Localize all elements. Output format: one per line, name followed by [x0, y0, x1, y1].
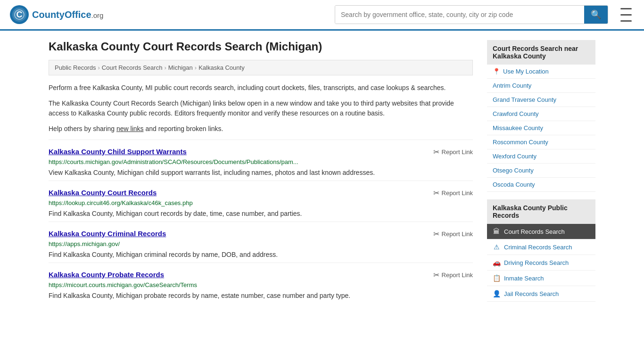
result-item: Kalkaska County Criminal Records ✂ Repor… [49, 222, 473, 263]
roscommon-county-link[interactable]: Roscommon County [493, 139, 590, 146]
result-header: Kalkaska County Criminal Records ✂ Repor… [49, 230, 473, 239]
list-item: ⚠ Criminal Records Search [487, 239, 595, 255]
report-link-button[interactable]: ✂ Report Link [433, 148, 473, 156]
public-record-label: Inmate Search [504, 275, 544, 282]
sidebar-public-records-list: 🏛 Court Records Search ⚠ Criminal Record… [487, 224, 595, 302]
public-record-label: Driving Records Search [504, 259, 569, 266]
court-records-search-link[interactable]: 🏛 Court Records Search [487, 224, 595, 239]
breadcrumb-sep-2: › [164, 64, 166, 71]
report-link-button[interactable]: ✂ Report Link [433, 230, 473, 239]
logo-suffix: .org [91, 11, 104, 19]
sidebar: Court Records Search near Kalkaska Count… [487, 40, 595, 304]
search-container: 🔍 [335, 5, 608, 24]
public-record-label: Court Records Search [504, 228, 565, 235]
main-wrapper: Kalkaska County Court Records Search (Mi… [39, 31, 605, 313]
result-header: Kalkaska County Court Records ✂ Report L… [49, 189, 473, 197]
breadcrumb-kalkaska[interactable]: Kalkaska County [198, 64, 245, 71]
breadcrumb-sep-1: › [98, 64, 99, 71]
list-item: Wexford County [487, 149, 595, 164]
svg-text:C: C [17, 10, 23, 19]
nearby-county-label: Roscommon County [493, 139, 548, 146]
nearby-county-label: Antrim County [493, 82, 531, 89]
car-icon: 🚗 [493, 259, 500, 266]
logo-icon: C [9, 5, 29, 25]
result-title[interactable]: Kalkaska County Court Records [49, 189, 157, 197]
site-header: C CountyOffice.org 🔍 [0, 0, 644, 31]
criminal-records-search-link[interactable]: ⚠ Criminal Records Search [487, 239, 595, 255]
list-item: Oscoda County [487, 178, 595, 192]
driving-records-search-link[interactable]: 🚗 Driving Records Search [487, 255, 595, 270]
use-my-location-link[interactable]: 📍 Use My Location [493, 68, 590, 75]
nearby-county-label: Missaukee County [493, 124, 543, 132]
report-icon: ✂ [433, 230, 439, 239]
public-record-label: Jail Records Search [504, 290, 559, 297]
otsego-county-link[interactable]: Otsego County [493, 167, 590, 174]
breadcrumb-michigan[interactable]: Michigan [168, 64, 193, 71]
nearby-county-label: Crawford County [493, 110, 539, 117]
result-desc: Find Kalkaska County, Michigan criminal … [49, 250, 473, 260]
result-title[interactable]: Kalkaska County Child Support Warrants [49, 148, 187, 156]
nearby-county-label: Oscoda County [493, 181, 535, 188]
list-item: Antrim County [487, 79, 595, 93]
new-links-link[interactable]: new links [116, 125, 144, 132]
report-link-label: Report Link [442, 272, 473, 279]
result-url: https://lookup.circuit46.org/Kalkaska/c4… [49, 199, 473, 206]
logo-text: CountyOffice [32, 9, 91, 20]
desc-para3-before: Help others by sharing [49, 125, 116, 132]
location-icon: 📍 [493, 68, 500, 75]
sidebar-nearby-list: 📍 Use My Location Antrim County Grand Tr… [487, 65, 595, 192]
report-link-button[interactable]: ✂ Report Link [433, 189, 473, 197]
report-link-label: Report Link [442, 148, 473, 156]
oscoda-county-link[interactable]: Oscoda County [493, 181, 590, 188]
list-item: 🚗 Driving Records Search [487, 255, 595, 271]
breadcrumb-court-records[interactable]: Court Records Search [102, 64, 163, 71]
description-para-2: The Kalkaska County Court Records Search… [49, 99, 473, 118]
report-icon: ✂ [433, 271, 439, 280]
result-desc: Find Kalkaska County, Michigan probate r… [49, 291, 473, 301]
list-item: 📍 Use My Location [487, 65, 595, 79]
nearby-county-label: Otsego County [493, 167, 534, 174]
desc-para3-after: and reporting broken links. [144, 125, 223, 132]
jail-records-search-link[interactable]: 👤 Jail Records Search [487, 286, 595, 301]
result-title[interactable]: Kalkaska County Probate Records [49, 271, 164, 279]
sidebar-public-records-title: Kalkaska County Public Records [487, 199, 595, 224]
missaukee-county-link[interactable]: Missaukee County [493, 124, 590, 132]
use-my-location-label: Use My Location [503, 68, 549, 75]
list-item: 📋 Inmate Search [487, 271, 595, 286]
content-area: Kalkaska County Court Records Search (Mi… [49, 40, 473, 304]
clipboard-icon: 📋 [493, 274, 500, 282]
result-title[interactable]: Kalkaska County Criminal Records [49, 230, 166, 238]
nearby-county-label: Wexford County [493, 153, 537, 160]
logo[interactable]: C CountyOffice.org [9, 5, 103, 25]
report-link-button[interactable]: ✂ Report Link [433, 271, 473, 280]
description-para-3: Help others by sharing new links and rep… [49, 124, 473, 134]
result-url: https://micourt.courts.michigan.gov/Case… [49, 281, 473, 288]
wexford-county-link[interactable]: Wexford County [493, 153, 590, 160]
search-input[interactable] [335, 6, 584, 24]
page-title: Kalkaska County Court Records Search (Mi… [49, 40, 473, 53]
list-item: Grand Traverse County [487, 93, 595, 107]
list-item: Missaukee County [487, 121, 595, 135]
result-item: Kalkaska County Court Records ✂ Report L… [49, 181, 473, 222]
list-item: 👤 Jail Records Search [487, 286, 595, 302]
result-item: Kalkaska County Child Support Warrants ✂… [49, 140, 473, 181]
inmate-search-link[interactable]: 📋 Inmate Search [487, 271, 595, 286]
nearby-county-label: Grand Traverse County [493, 96, 556, 103]
result-header: Kalkaska County Probate Records ✂ Report… [49, 271, 473, 280]
hamburger-menu-button[interactable] [618, 5, 635, 25]
results-list: Kalkaska County Child Support Warrants ✂… [49, 140, 473, 304]
search-button[interactable]: 🔍 [584, 6, 608, 24]
courthouse-icon: 🏛 [493, 228, 500, 235]
crawford-county-link[interactable]: Crawford County [493, 110, 590, 117]
list-item: Otsego County [487, 164, 595, 178]
result-header: Kalkaska County Child Support Warrants ✂… [49, 148, 473, 156]
report-link-label: Report Link [442, 230, 473, 238]
grand-traverse-county-link[interactable]: Grand Traverse County [493, 96, 590, 103]
list-item: 🏛 Court Records Search [487, 224, 595, 239]
breadcrumb: Public Records › Court Records Search › … [49, 60, 473, 75]
report-icon: ✂ [433, 189, 439, 197]
antrim-county-link[interactable]: Antrim County [493, 82, 590, 89]
result-item: Kalkaska County Probate Records ✂ Report… [49, 263, 473, 304]
result-desc: View Kalkaska County, Michigan child sup… [49, 168, 473, 178]
breadcrumb-public-records[interactable]: Public Records [55, 64, 96, 71]
